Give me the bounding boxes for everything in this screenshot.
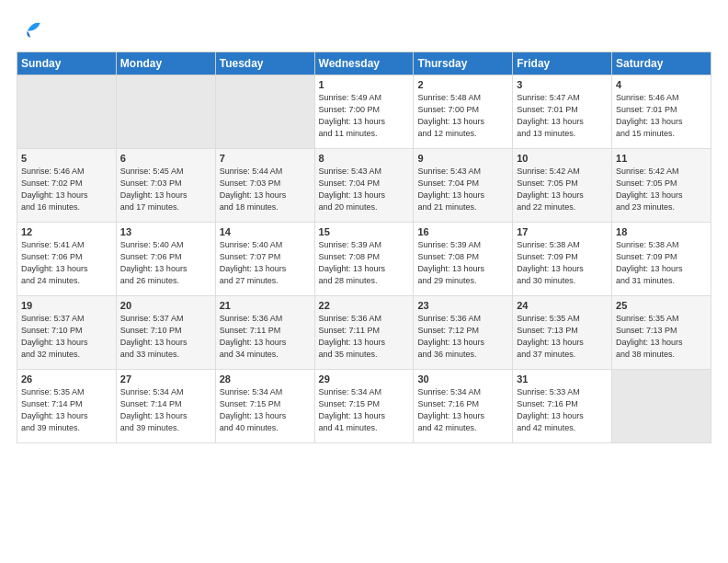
calendar-cell: 26Sunrise: 5:35 AM Sunset: 7:14 PM Dayli… [17,370,117,443]
cell-content: Sunrise: 5:38 AM Sunset: 7:09 PM Dayligh… [616,239,707,287]
day-number: 21 [220,300,311,311]
calendar-table: SundayMondayTuesdayWednesdayThursdayFrid… [17,52,711,443]
calendar-cell: 13Sunrise: 5:40 AM Sunset: 7:06 PM Dayli… [116,223,215,296]
calendar-cell: 24Sunrise: 5:35 AM Sunset: 7:13 PM Dayli… [513,296,612,370]
day-number: 18 [616,226,707,237]
cell-content: Sunrise: 5:48 AM Sunset: 7:00 PM Dayligh… [417,92,508,140]
day-number: 30 [417,373,508,385]
cell-content: Sunrise: 5:43 AM Sunset: 7:04 PM Dayligh… [319,166,410,213]
calendar-cell: 18Sunrise: 5:38 AM Sunset: 7:09 PM Dayli… [612,223,711,296]
day-number: 25 [616,300,707,311]
day-number: 8 [319,153,410,164]
cell-content: Sunrise: 5:45 AM Sunset: 7:03 PM Dayligh… [120,166,211,213]
week-row-0: 1Sunrise: 5:49 AM Sunset: 7:00 PM Daylig… [17,75,711,149]
week-row-3: 19Sunrise: 5:37 AM Sunset: 7:10 PM Dayli… [17,296,711,370]
cell-content: Sunrise: 5:36 AM Sunset: 7:12 PM Dayligh… [417,313,508,361]
calendar-cell: 1Sunrise: 5:49 AM Sunset: 7:00 PM Daylig… [314,75,414,149]
cell-content: Sunrise: 5:34 AM Sunset: 7:16 PM Dayligh… [417,386,508,434]
cell-content: Sunrise: 5:33 AM Sunset: 7:16 PM Dayligh… [517,386,608,434]
calendar-cell: 12Sunrise: 5:41 AM Sunset: 7:06 PM Dayli… [17,223,117,296]
day-number: 22 [319,300,410,311]
calendar-cell: 10Sunrise: 5:42 AM Sunset: 7:05 PM Dayli… [513,149,612,223]
calendar-cell: 29Sunrise: 5:34 AM Sunset: 7:15 PM Dayli… [314,370,414,443]
calendar-cell: 15Sunrise: 5:39 AM Sunset: 7:08 PM Dayli… [314,223,414,296]
cell-content: Sunrise: 5:40 AM Sunset: 7:07 PM Dayligh… [220,239,311,287]
cell-content: Sunrise: 5:36 AM Sunset: 7:11 PM Dayligh… [220,313,311,361]
cell-content: Sunrise: 5:40 AM Sunset: 7:06 PM Dayligh… [120,239,211,287]
calendar-cell: 27Sunrise: 5:34 AM Sunset: 7:14 PM Dayli… [116,370,215,443]
calendar-cell: 8Sunrise: 5:43 AM Sunset: 7:04 PM Daylig… [314,149,414,223]
day-number: 2 [417,79,508,90]
calendar-cell: 5Sunrise: 5:46 AM Sunset: 7:02 PM Daylig… [17,149,117,223]
cell-content: Sunrise: 5:35 AM Sunset: 7:13 PM Dayligh… [616,313,707,361]
cell-content: Sunrise: 5:49 AM Sunset: 7:00 PM Dayligh… [319,92,410,140]
header-cell-thursday: Thursday [414,52,513,75]
calendar-cell: 30Sunrise: 5:34 AM Sunset: 7:16 PM Dayli… [414,370,513,443]
calendar-cell [215,75,314,149]
header-cell-friday: Friday [513,52,612,75]
cell-content: Sunrise: 5:34 AM Sunset: 7:14 PM Dayligh… [120,386,211,434]
day-number: 15 [319,226,410,237]
day-number: 31 [517,373,608,385]
cell-content: Sunrise: 5:42 AM Sunset: 7:05 PM Dayligh… [517,166,608,213]
cell-content: Sunrise: 5:34 AM Sunset: 7:15 PM Dayligh… [319,386,410,434]
day-number: 23 [417,300,508,311]
calendar-cell: 9Sunrise: 5:43 AM Sunset: 7:04 PM Daylig… [414,149,513,223]
calendar-cell: 17Sunrise: 5:38 AM Sunset: 7:09 PM Dayli… [513,223,612,296]
cell-content: Sunrise: 5:36 AM Sunset: 7:11 PM Dayligh… [319,313,410,361]
calendar-cell: 16Sunrise: 5:39 AM Sunset: 7:08 PM Dayli… [414,223,513,296]
calendar-cell: 25Sunrise: 5:35 AM Sunset: 7:13 PM Dayli… [612,296,711,370]
week-row-4: 26Sunrise: 5:35 AM Sunset: 7:14 PM Dayli… [17,370,711,443]
cell-content: Sunrise: 5:42 AM Sunset: 7:05 PM Dayligh… [616,166,707,213]
day-number: 9 [417,153,508,164]
day-number: 17 [517,226,608,237]
calendar-cell: 31Sunrise: 5:33 AM Sunset: 7:16 PM Dayli… [513,370,612,443]
week-row-2: 12Sunrise: 5:41 AM Sunset: 7:06 PM Dayli… [17,223,711,296]
calendar-cell: 21Sunrise: 5:36 AM Sunset: 7:11 PM Dayli… [215,296,314,370]
day-number: 19 [21,300,112,311]
day-number: 4 [616,79,707,90]
cell-content: Sunrise: 5:39 AM Sunset: 7:08 PM Dayligh… [417,239,508,287]
page: SundayMondayTuesdayWednesdayThursdayFrid… [0,0,728,563]
day-number: 5 [21,153,112,164]
week-row-1: 5Sunrise: 5:46 AM Sunset: 7:02 PM Daylig… [17,149,711,223]
day-number: 29 [319,373,410,385]
day-number: 3 [517,79,608,90]
calendar-cell: 19Sunrise: 5:37 AM Sunset: 7:10 PM Dayli… [17,296,117,370]
calendar-cell: 7Sunrise: 5:44 AM Sunset: 7:03 PM Daylig… [215,149,314,223]
cell-content: Sunrise: 5:35 AM Sunset: 7:13 PM Dayligh… [517,313,608,361]
cell-content: Sunrise: 5:41 AM Sunset: 7:06 PM Dayligh… [21,239,112,287]
cell-content: Sunrise: 5:46 AM Sunset: 7:02 PM Dayligh… [21,166,112,213]
cell-content: Sunrise: 5:38 AM Sunset: 7:09 PM Dayligh… [517,239,608,287]
header-cell-wednesday: Wednesday [314,52,414,75]
calendar-cell: 6Sunrise: 5:45 AM Sunset: 7:03 PM Daylig… [116,149,215,223]
cell-content: Sunrise: 5:44 AM Sunset: 7:03 PM Dayligh… [220,166,311,213]
header-cell-monday: Monday [116,52,215,75]
cell-content: Sunrise: 5:46 AM Sunset: 7:01 PM Dayligh… [616,92,707,140]
calendar-cell: 4Sunrise: 5:46 AM Sunset: 7:01 PM Daylig… [612,75,711,149]
day-number: 11 [616,153,707,164]
day-number: 14 [220,226,311,237]
calendar-cell: 28Sunrise: 5:34 AM Sunset: 7:15 PM Dayli… [215,370,314,443]
calendar-cell: 14Sunrise: 5:40 AM Sunset: 7:07 PM Dayli… [215,223,314,296]
calendar-cell [116,75,215,149]
calendar-cell: 2Sunrise: 5:48 AM Sunset: 7:00 PM Daylig… [414,75,513,149]
header-cell-sunday: Sunday [17,52,117,75]
cell-content: Sunrise: 5:37 AM Sunset: 7:10 PM Dayligh… [21,313,112,361]
day-number: 20 [120,300,211,311]
day-number: 24 [517,300,608,311]
day-number: 16 [417,226,508,237]
day-number: 26 [21,373,112,385]
cell-content: Sunrise: 5:39 AM Sunset: 7:08 PM Dayligh… [319,239,410,287]
day-number: 12 [21,226,112,237]
cell-content: Sunrise: 5:43 AM Sunset: 7:04 PM Dayligh… [417,166,508,213]
header-cell-saturday: Saturday [612,52,711,75]
cell-content: Sunrise: 5:47 AM Sunset: 7:01 PM Dayligh… [517,92,608,140]
cell-content: Sunrise: 5:35 AM Sunset: 7:14 PM Dayligh… [21,386,112,434]
day-number: 27 [120,373,211,385]
calendar-cell: 20Sunrise: 5:37 AM Sunset: 7:10 PM Dayli… [116,296,215,370]
day-number: 6 [120,153,211,164]
calendar-cell: 23Sunrise: 5:36 AM Sunset: 7:12 PM Dayli… [414,296,513,370]
logo [17,17,45,42]
day-number: 1 [319,79,410,90]
